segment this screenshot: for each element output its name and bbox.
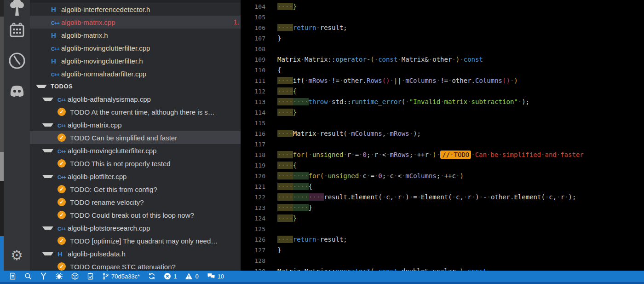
code-line: 109Matrix·Matrix::operator-(·const·Matri… (241, 54, 644, 65)
code-line: 120········for(·unsigned·c·=·0;·c·<·mCol… (241, 171, 644, 181)
line-number: 108 (241, 44, 265, 54)
code-line-text: } (277, 33, 281, 44)
line-number: 128 (241, 255, 265, 266)
todo-file-row[interactable]: algolib-plotfilter.cpp (30, 170, 241, 183)
file-row[interactable]: algolib-interferencedetector.hM (30, 3, 241, 16)
todo-file-row[interactable]: algolib-plotstoresearch.cpp (30, 221, 241, 234)
cpp-file-icon (51, 70, 61, 78)
clock-icon[interactable] (4, 52, 30, 70)
sync-icon[interactable] (148, 272, 155, 280)
activity-bar: ⚙ (4, 0, 30, 282)
todo-item[interactable]: TODO Can be simplified and faster (30, 131, 241, 144)
chevron-expanded-icon (42, 226, 53, 230)
todo-item[interactable]: TODO At the current time, although there… (30, 105, 241, 118)
todo-file-row[interactable]: algolib-adfanalysismap.cpp (30, 93, 241, 105)
file-row[interactable]: algolib-movingclutterfilter.hM (30, 54, 241, 67)
code-line: 104····} (241, 1, 644, 12)
cpp-file-icon (58, 173, 68, 180)
todo-item[interactable]: TODO: Get this from config? (30, 183, 241, 196)
file-row[interactable]: algolib-matrix.cpp1, M (30, 16, 241, 29)
todo-tree-icon[interactable] (4, 0, 30, 21)
code-line-text: ····return·result; (277, 234, 347, 245)
search-icon[interactable] (24, 272, 32, 280)
vscode-window: ⚙ algolib-interferencedetector.hMalgolib… (0, 0, 644, 284)
file-row[interactable]: algolib-normalradarfilter.cppM (30, 67, 241, 80)
code-line-text: ····} (277, 1, 297, 12)
todo-item-text: TODO rename velocity? (70, 198, 144, 206)
package-icon[interactable] (71, 272, 79, 280)
code-line: 124····} (241, 213, 644, 224)
calendar-icon[interactable] (4, 22, 30, 39)
line-number: 114 (241, 107, 265, 118)
code-line: 119····{ (241, 160, 644, 171)
code-editor[interactable]: ········104····}105106····return·result;… (241, 0, 644, 282)
todo-check-icon (58, 108, 66, 116)
bug-icon[interactable] (55, 272, 63, 280)
todo-item[interactable]: TODO Could break out of this loop now? (30, 209, 241, 221)
chevron-expanded-icon (42, 98, 53, 101)
feedback-count: 10 (218, 273, 224, 280)
cpp-file-icon (58, 95, 68, 103)
code-line: 117 (241, 139, 644, 150)
file-row[interactable]: algolib-matrix.hM (30, 29, 241, 41)
line-number: 104 (241, 1, 265, 12)
code-line: 128 (241, 255, 644, 266)
code-line-text: ········for(·unsigned·c·=·0;·c·<·mColumn… (277, 171, 464, 181)
file-name: algolib-interferencedetector.h (61, 6, 237, 13)
h-file-icon (51, 31, 61, 39)
line-number: 115 (241, 118, 265, 128)
discord-icon[interactable] (4, 85, 30, 98)
todo-item[interactable]: TODO rename velocity? (30, 196, 241, 209)
settings-gear-icon[interactable]: ⚙ (4, 249, 30, 262)
file-row[interactable]: algolib-movingclutterfilter.cppM (30, 41, 241, 54)
chevron-expanded-icon (36, 85, 47, 88)
todo-file-name: algolib-adfanalysismap.cpp (68, 95, 151, 103)
git-branch-status[interactable]: 70d5a33c* (102, 272, 140, 280)
feedback-status[interactable]: 10 (207, 272, 224, 280)
line-number: 126 (241, 234, 265, 245)
file-name: algolib-movingclutterfilter.cpp (61, 44, 237, 52)
h-file-icon (51, 57, 61, 65)
todo-item[interactable]: TODO [optimize] The quadrant may only ne… (30, 234, 241, 247)
code-line-text: { (277, 65, 281, 75)
todo-file-name: algolib-plotstoresearch.cpp (68, 224, 150, 232)
line-number: 120 (241, 171, 265, 181)
cpp-file-icon (51, 18, 61, 26)
chevron-expanded-icon (42, 123, 53, 127)
todo-item-text: TODO Compare STC attenuation? (70, 263, 176, 271)
todo-check-icon (58, 133, 66, 142)
file-name: algolib-matrix.h (61, 31, 237, 39)
problems-errors[interactable]: 1 (164, 272, 177, 280)
code-line: 121········{ (241, 181, 644, 192)
line-number: 123 (241, 203, 265, 213)
feedback-icon (207, 272, 215, 280)
line-number: 122 (241, 192, 265, 203)
problems-warnings[interactable]: 0 (185, 272, 198, 280)
notes-check-icon[interactable] (87, 272, 94, 280)
code-line-text: ····if(·mRows·!=·other.Rows()·||·mColumn… (277, 75, 518, 86)
todo-file-row[interactable]: algolib-movingclutterfilter.cpp (30, 144, 241, 157)
code-line: 125 (241, 224, 644, 234)
code-line: 118····for(·unsigned·r·=·0;·r·<·mRows;·+… (241, 150, 644, 160)
file-icon[interactable] (9, 272, 16, 280)
todo-file-name: algolib-matrix.cpp (68, 121, 122, 129)
todo-check-icon (58, 262, 66, 271)
line-number: 109 (241, 54, 265, 65)
code-line-text: ········} (277, 203, 312, 213)
cpp-file-icon (58, 147, 68, 155)
error-count: 1 (173, 273, 177, 280)
todos-section-title: TODOS (51, 83, 73, 90)
line-number: 119 (241, 160, 265, 171)
fork-icon[interactable] (40, 272, 47, 280)
todos-section-header[interactable]: TODOS (30, 80, 241, 92)
code-line: 110{ (241, 65, 644, 75)
chevron-expanded-icon (42, 252, 53, 255)
todo-file-row[interactable]: algolib-pulsedata.h (30, 247, 241, 260)
todo-item-text: TODO Can be simplified and faster (70, 134, 177, 142)
cpp-file-icon (58, 224, 68, 232)
todo-item-text: TODO Could break out of this loop now? (70, 211, 194, 219)
todo-item[interactable]: TODO This is not properly tested (30, 157, 241, 170)
todo-file-row[interactable]: algolib-matrix.cpp (30, 118, 241, 131)
todo-file-name: algolib-pulsedata.h (68, 250, 126, 258)
code-line-text: ····} (277, 213, 297, 224)
